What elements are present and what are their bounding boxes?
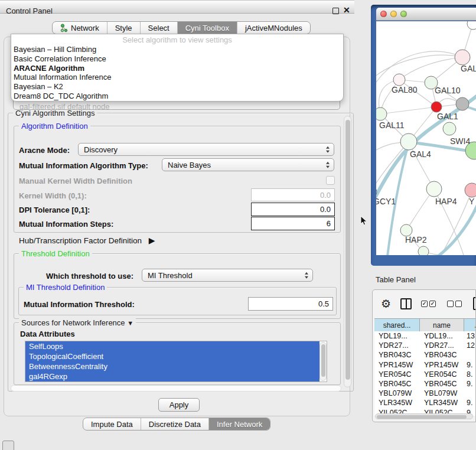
list-vertical-scrollbar[interactable]	[319, 342, 327, 381]
table-cell[interactable]: YBL079W	[420, 389, 464, 397]
table-cell[interactable]: YDR27...	[374, 341, 420, 350]
network-node-swi4[interactable]	[443, 122, 456, 135]
mac-zoom-icon[interactable]	[400, 11, 407, 17]
mac-minimize-icon[interactable]	[390, 11, 397, 17]
network-node-gal[interactable]	[455, 50, 470, 65]
network-node[interactable]	[456, 97, 469, 110]
table-row[interactable]: YBR043CYBR043C	[374, 350, 476, 360]
table-cell[interactable]: 12	[464, 341, 476, 350]
collapse-arrow-icon[interactable]: ▼	[127, 319, 133, 327]
table-horizontal-scrollbar[interactable]	[375, 413, 473, 419]
mi-steps-field[interactable]: 6	[251, 217, 335, 230]
hide-columns-icon[interactable]	[447, 301, 464, 307]
table-cell[interactable]: 13	[464, 332, 476, 340]
minimized-panel-icon[interactable]	[2, 441, 14, 450]
tab-select[interactable]: Select	[140, 22, 177, 34]
table-cell[interactable]: YER054C	[374, 370, 420, 379]
table-cell[interactable]: YLR345W	[420, 399, 464, 407]
network-canvas[interactable]: GALGAL80GAL10GAL1GAL11SWI4GAL4GCY1HAP4YH…	[376, 21, 476, 255]
network-node-gal1[interactable]	[431, 102, 442, 112]
network-node[interactable]	[418, 246, 429, 255]
tab-jactivemnodules[interactable]: jActiveMNodules	[237, 22, 310, 34]
table-cell[interactable]: YBR043C	[420, 351, 464, 359]
algorithm-option[interactable]: Basic Correlation Inference	[11, 54, 343, 64]
expand-arrow-icon[interactable]: ▶	[149, 236, 155, 245]
network-node-gal80[interactable]	[393, 74, 405, 86]
which-threshold-combo[interactable]: MI Threshold	[142, 269, 313, 282]
mi-type-combo[interactable]: Naive Bayes	[162, 158, 334, 171]
algorithm-option[interactable]: Dream8 DC_TDC Algorithm	[11, 92, 343, 101]
data-attributes-list[interactable]: SelfLoopsTopologicalCoefficientBetweenne…	[25, 341, 327, 382]
network-node-hap4[interactable]	[426, 181, 442, 197]
mac-close-icon[interactable]	[380, 11, 387, 17]
data-attribute-item[interactable]: SelfLoops	[25, 341, 319, 351]
tab-discretize-data[interactable]: Discretize Data	[141, 418, 208, 430]
table-cell[interactable]: 8.	[464, 370, 476, 379]
network-node-gal11[interactable]	[376, 107, 387, 120]
scrollbar-thumb[interactable]	[321, 344, 325, 377]
aracne-mode-combo[interactable]: Discovery	[78, 143, 334, 156]
data-attribute-item[interactable]: TopologicalCoefficient	[25, 351, 319, 361]
network-window-titlebar[interactable]	[376, 8, 476, 21]
apply-button[interactable]: Apply	[158, 398, 200, 412]
algorithm-option[interactable]: Bayesian – K2	[11, 82, 343, 92]
table-cell[interactable]: 9.	[464, 361, 476, 369]
network-node-hap2[interactable]	[400, 224, 412, 236]
column-header[interactable]: name	[420, 319, 464, 332]
table-cell[interactable]: 9.	[464, 380, 476, 388]
table-cell[interactable]: YPR145W	[374, 361, 420, 369]
tab-style[interactable]: Style	[107, 22, 140, 34]
table-cell[interactable]: YDL19...	[374, 332, 420, 340]
settings-vertical-scrollbar[interactable]	[344, 116, 351, 387]
table-row[interactable]: YDL19...YDL19...13	[374, 331, 476, 341]
table-cell[interactable]: YDL19...	[420, 332, 464, 340]
network-node[interactable]	[467, 21, 476, 30]
hub-definition-toggle[interactable]: Hub/Transcription Factor Definition ▶	[19, 236, 155, 245]
dpi-tolerance-field[interactable]: 0.0	[251, 203, 335, 216]
table-cell[interactable]: YBR045C	[420, 380, 464, 388]
tab-infer-network[interactable]: Infer Network	[208, 418, 270, 430]
table-cell[interactable]: YBR043C	[374, 351, 420, 359]
show-columns-icon[interactable]: ✓ ✓	[421, 301, 438, 307]
tab-impute-data[interactable]: Impute Data	[83, 418, 141, 430]
network-view-window[interactable]: GALGAL80GAL10GAL1GAL11SWI4GAL4GCY1HAP4YH…	[371, 5, 476, 266]
export-table-icon[interactable]	[473, 297, 476, 310]
table-row[interactable]: YBL079WYBL079W	[374, 389, 476, 398]
scrollbar-thumb[interactable]	[345, 120, 350, 380]
settings-horizontal-scrollbar[interactable]	[11, 385, 341, 392]
algorithm-option[interactable]: Mutual Information Inference	[11, 73, 343, 82]
table-row[interactable]: YER054CYER054C8.	[374, 370, 476, 379]
table-row[interactable]: YDR27...YDR27...12	[374, 341, 476, 350]
gear-icon[interactable]: ⚙	[381, 298, 391, 309]
columns-icon[interactable]	[400, 298, 412, 309]
float-window-icon[interactable]	[332, 8, 339, 14]
table-cell[interactable]: YBR045C	[374, 380, 420, 388]
network-node-gal4[interactable]	[400, 133, 417, 150]
mi-threshold-label: Mutual Information Threshold:	[24, 300, 135, 309]
data-attribute-item[interactable]: gal4RGexp	[25, 371, 319, 381]
table-cell[interactable]: YPR145W	[420, 361, 464, 369]
tab-cyni-toolbox[interactable]: Cyni Toolbox	[177, 22, 237, 34]
table-row[interactable]: YBR045CYBR045C9.	[374, 379, 476, 389]
algorithm-option[interactable]: Bayesian – Hill Climbing	[11, 45, 343, 54]
table-cell[interactable]: YBL079W	[374, 389, 420, 397]
table-row[interactable]: YLR345WYLR345W9.	[374, 398, 476, 407]
scrollbar-thumb[interactable]	[377, 415, 467, 419]
sources-title-text: Sources for Network Inference	[21, 318, 125, 327]
tab-network[interactable]: Network	[53, 22, 107, 34]
network-node-y[interactable]	[465, 183, 476, 197]
kernel-width-field[interactable]: 0.0	[251, 188, 335, 201]
table-cell[interactable]: YLR345W	[374, 399, 420, 407]
table-cell[interactable]: YER054C	[420, 370, 464, 379]
column-header[interactable]: A	[464, 319, 476, 332]
data-attribute-item[interactable]: BetweennessCentrality	[25, 361, 319, 371]
mi-threshold-field[interactable]: 0.5	[248, 297, 333, 311]
close-icon[interactable]: ✕	[343, 5, 350, 15]
table-row[interactable]: YPR145WYPR145W9.	[374, 360, 476, 370]
manual-kernel-checkbox[interactable]	[326, 176, 335, 185]
table-cell[interactable]: YDR27...	[420, 341, 464, 350]
column-header[interactable]: shared...	[374, 319, 420, 332]
algorithm-option[interactable]: ARACNE Algorithm	[11, 64, 343, 73]
node-label: HAP2	[405, 235, 427, 244]
table-cell[interactable]: 9.	[464, 399, 476, 407]
